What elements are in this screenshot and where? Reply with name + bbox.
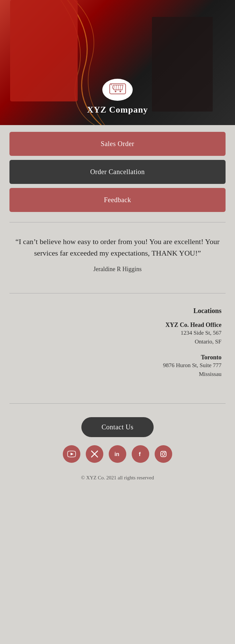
divider-2 bbox=[9, 293, 226, 293]
testimonial-section: “I can’t believe how easy to order from … bbox=[0, 229, 235, 286]
location-1-address-line1: 1234 Side St, 567 bbox=[14, 329, 221, 337]
company-logo bbox=[102, 79, 133, 101]
x-twitter-icon[interactable] bbox=[86, 445, 103, 463]
order-cancellation-button[interactable]: Order Cancellation bbox=[9, 160, 226, 184]
location-2-address-line2: Mississau bbox=[14, 370, 221, 379]
contact-us-button[interactable]: Contact Us bbox=[81, 417, 154, 437]
hero-content: XYZ Company bbox=[87, 79, 148, 115]
instagram-icon[interactable] bbox=[155, 445, 172, 463]
divider-3 bbox=[9, 403, 226, 404]
svg-point-8 bbox=[120, 91, 121, 92]
location-1-address-line2: Ontario, SF bbox=[14, 337, 221, 346]
contact-section: Contact Us in f bbox=[0, 410, 235, 468]
svg-marker-9 bbox=[71, 453, 74, 455]
svg-line-6 bbox=[120, 85, 121, 90]
hero-section: XYZ Company bbox=[0, 0, 235, 125]
social-icons-group: in f bbox=[63, 445, 172, 463]
svg-line-4 bbox=[116, 85, 116, 90]
svg-text:in: in bbox=[114, 451, 119, 457]
divider-1 bbox=[9, 222, 226, 222]
svg-point-15 bbox=[162, 453, 165, 455]
sales-order-button[interactable]: Sales Order bbox=[9, 132, 226, 156]
svg-text:f: f bbox=[139, 451, 141, 457]
footer: © XYZ Co. 2021 all rights reserved bbox=[0, 468, 235, 491]
location-1-name: XYZ Co. Head Office bbox=[14, 321, 221, 329]
locations-title: Locations bbox=[14, 307, 221, 315]
testimonial-author: Jeraldine R Higgins bbox=[14, 266, 221, 273]
location-toronto: Toronto 9876 Huron St, Suite 777 Mississ… bbox=[14, 354, 221, 378]
svg-rect-1 bbox=[152, 17, 213, 112]
svg-line-5 bbox=[118, 85, 119, 90]
company-name-text: XYZ Company bbox=[87, 105, 148, 115]
location-2-address-line1: 9876 Huron St, Suite 777 bbox=[14, 361, 221, 370]
svg-line-3 bbox=[113, 86, 114, 90]
location-2-name: Toronto bbox=[14, 354, 221, 361]
copyright-text: © XYZ Co. 2021 all rights reserved bbox=[9, 475, 226, 481]
locations-section: Locations XYZ Co. Head Office 1234 Side … bbox=[0, 300, 235, 397]
svg-point-7 bbox=[114, 91, 116, 92]
svg-point-16 bbox=[165, 452, 165, 453]
testimonial-quote: “I can’t believe how easy to order from … bbox=[14, 236, 221, 259]
facebook-icon[interactable]: f bbox=[132, 445, 149, 463]
youtube-icon[interactable] bbox=[63, 445, 80, 463]
svg-rect-0 bbox=[10, 0, 78, 101]
buttons-section: Sales Order Order Cancellation Feedback bbox=[0, 125, 235, 215]
feedback-button[interactable]: Feedback bbox=[9, 188, 226, 212]
linkedin-icon[interactable]: in bbox=[109, 445, 126, 463]
location-head-office: XYZ Co. Head Office 1234 Side St, 567 On… bbox=[14, 321, 221, 346]
